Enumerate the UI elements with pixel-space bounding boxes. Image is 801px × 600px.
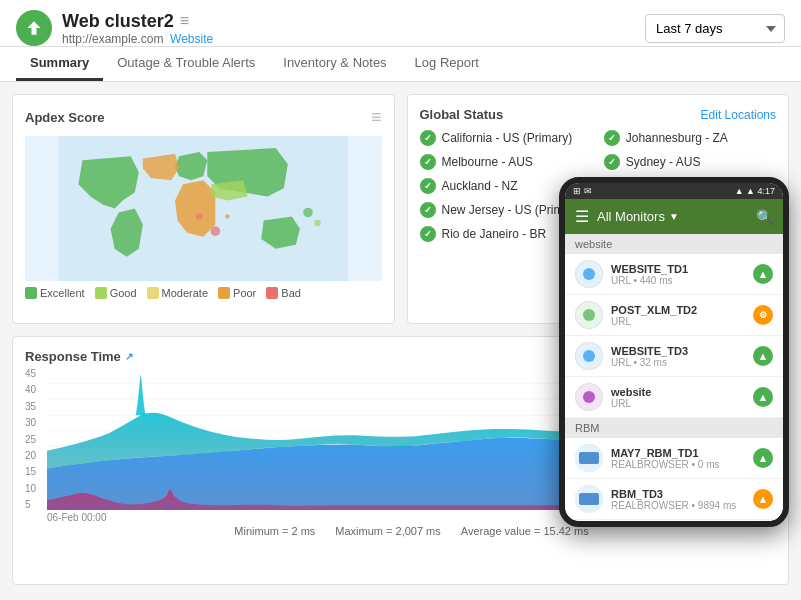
mobile-item-status-0: ▲ (753, 264, 773, 284)
response-time-title: Response Time (25, 349, 121, 364)
legend-moderate-dot (147, 287, 159, 299)
date-range-select[interactable]: Last 7 days Last 24 hours Last 30 days L… (645, 14, 785, 43)
site-info: Web cluster2 ≡ http://example.com Websit… (62, 11, 213, 46)
mobile-item-status-3: ▲ (753, 387, 773, 407)
mobile-item-icon-3 (575, 383, 603, 411)
apdex-menu-icon[interactable]: ≡ (371, 107, 382, 128)
mobile-status-icon-1: ⚙ (759, 310, 767, 320)
y-label-40: 40 (25, 384, 47, 395)
legend-poor-label: Poor (233, 287, 256, 299)
mobile-item-icon-1 (575, 301, 603, 329)
date-selector-container: Last 7 days Last 24 hours Last 30 days L… (645, 14, 785, 43)
y-axis-labels: 45 40 35 30 25 20 15 10 5 (25, 368, 47, 528)
mobile-item-icon-2 (575, 342, 603, 370)
mobile-item-name-rbm-0: MAY7_RBM_TD1 (611, 447, 745, 459)
mobile-dropdown-arrow-icon[interactable]: ▼ (669, 211, 679, 222)
y-label-25: 25 (25, 434, 47, 445)
svg-rect-25 (579, 493, 599, 505)
stat-maximum: Maximum = 2,007 ms (335, 525, 440, 537)
svg-point-17 (583, 309, 595, 321)
mobile-item-icon-rbm-0 (575, 444, 603, 472)
rbm-icon-0 (575, 444, 603, 472)
mobile-hamburger-icon[interactable]: ☰ (575, 207, 589, 226)
mobile-section-website: website (565, 234, 783, 254)
x-label-start: 06-Feb 00:00 (47, 512, 107, 523)
mobile-device-overlay: ⊞ ✉ ▲ ▲ 4:17 ☰ All Monitors ▼ 🔍 website (559, 177, 789, 527)
mobile-item-sub-0: URL • 440 ms (611, 275, 745, 286)
legend-bad-label: Bad (281, 287, 301, 299)
mobile-item-sub-2: URL • 32 ms (611, 357, 745, 368)
mobile-screen: ⊞ ✉ ▲ ▲ 4:17 ☰ All Monitors ▼ 🔍 website (565, 183, 783, 521)
tab-inventory[interactable]: Inventory & Notes (269, 47, 400, 81)
nav-tabs-bar: Summary Outage & Trouble Alerts Inventor… (0, 47, 801, 82)
mobile-item-sub-3: URL (611, 398, 745, 409)
mobile-item-name-2: WEBSITE_TD3 (611, 345, 745, 357)
site-status-icon (16, 10, 52, 46)
tab-outage[interactable]: Outage & Trouble Alerts (103, 47, 269, 81)
site-link[interactable]: Website (170, 32, 213, 46)
mobile-item-status-2: ▲ (753, 346, 773, 366)
world-map-svg (25, 136, 382, 281)
mobile-status-icon-3: ▲ (758, 391, 769, 403)
site-url-text: http://example.com (62, 32, 163, 46)
legend-excellent-dot (25, 287, 37, 299)
mobile-search-icon[interactable]: 🔍 (756, 209, 773, 225)
mobile-item-sub-rbm-1: REALBROWSER • 9894 ms (611, 500, 745, 511)
status-dot-auckland (420, 178, 436, 194)
mobile-item-rbm-0: MAY7_RBM_TD1 REALBROWSER • 0 ms ▲ (565, 438, 783, 479)
y-label-15: 15 (25, 466, 47, 477)
svg-point-4 (196, 213, 202, 219)
mobile-status-icon-rbm-0: ▲ (758, 452, 769, 464)
location-sydney: Sydney - AUS (604, 154, 776, 170)
map-legend: Excellent Good Moderate Poor Bad (25, 287, 382, 299)
status-dot-melbourne (420, 154, 436, 170)
legend-poor: Poor (218, 287, 256, 299)
website-icon-3 (575, 383, 603, 411)
mobile-item-info-1: POST_XLM_TD2 URL (611, 304, 745, 327)
status-dot-rio (420, 226, 436, 242)
mobile-section-rbm: RBM (565, 418, 783, 438)
menu-icon[interactable]: ≡ (180, 12, 189, 30)
mobile-item-name-rbm-1: RBM_TD3 (611, 488, 745, 500)
mobile-item-info-3: website URL (611, 386, 745, 409)
mobile-item-name-0: WEBSITE_TD1 (611, 263, 745, 275)
edit-locations-link[interactable]: Edit Locations (701, 108, 776, 122)
mobile-item-info-rbm-0: MAY7_RBM_TD1 REALBROWSER • 0 ms (611, 447, 745, 470)
main-content: Apdex Score ≡ (0, 82, 801, 597)
mobile-item-info-rbm-1: RBM_TD3 REALBROWSER • 9894 ms (611, 488, 745, 511)
mobile-item-2: WEBSITE_TD3 URL • 32 ms ▲ (565, 336, 783, 377)
svg-point-5 (225, 214, 230, 219)
location-name-sydney: Sydney - AUS (626, 155, 701, 169)
mobile-item-name-3: website (611, 386, 745, 398)
mobile-item-3: website URL ▲ (565, 377, 783, 418)
legend-excellent-label: Excellent (40, 287, 85, 299)
mobile-item-sub-rbm-0: REALBROWSER • 0 ms (611, 459, 745, 470)
mobile-item-sub-1: URL (611, 316, 745, 327)
mobile-item-info-2: WEBSITE_TD3 URL • 32 ms (611, 345, 745, 368)
mobile-item-rbm-1: RBM_TD3 REALBROWSER • 9894 ms ▲ (565, 479, 783, 520)
external-link-icon[interactable]: ↗ (125, 351, 133, 362)
svg-point-21 (583, 391, 595, 403)
site-url-row: http://example.com Website (62, 32, 213, 46)
mobile-status-right: ▲ ▲ 4:17 (735, 186, 775, 196)
apdex-title: Apdex Score (25, 110, 104, 125)
location-name-melbourne: Melbourne - AUS (442, 155, 533, 169)
website-icon-0 (575, 260, 603, 288)
tab-summary[interactable]: Summary (16, 47, 103, 81)
svg-point-3 (211, 226, 221, 236)
svg-point-15 (583, 268, 595, 280)
location-california: California - US (Primary) (420, 130, 592, 146)
status-dot-sydney (604, 154, 620, 170)
mobile-toolbar: ☰ All Monitors ▼ 🔍 (565, 199, 783, 234)
legend-moderate: Moderate (147, 287, 208, 299)
mobile-status-icon-0: ▲ (758, 268, 769, 280)
tab-log[interactable]: Log Report (401, 47, 493, 81)
y-label-45: 45 (25, 368, 47, 379)
up-arrow-icon (24, 18, 44, 38)
y-label-30: 30 (25, 417, 47, 428)
y-label-20: 20 (25, 450, 47, 461)
mobile-section-rbm-label: RBM (575, 422, 599, 434)
svg-point-19 (583, 350, 595, 362)
status-dot-newjersey (420, 202, 436, 218)
mobile-item-0: WEBSITE_TD1 URL • 440 ms ▲ (565, 254, 783, 295)
